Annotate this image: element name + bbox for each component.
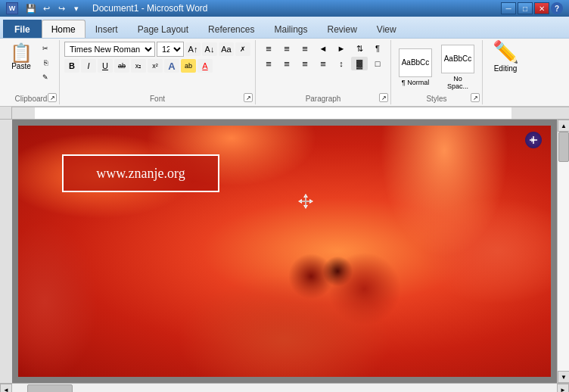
- editing-label[interactable]: Editing: [494, 64, 518, 73]
- show-formatting-button[interactable]: ¶: [369, 42, 386, 55]
- font-expand-button[interactable]: ↗: [244, 93, 253, 102]
- shading-button[interactable]: ▓: [351, 57, 368, 70]
- text-effects-button[interactable]: A: [164, 59, 179, 73]
- crosshair-cursor-icon: [298, 194, 313, 209]
- font-name-select[interactable]: Times New Roman: [64, 42, 155, 57]
- scroll-down-button[interactable]: ▼: [558, 371, 569, 383]
- close-button[interactable]: ✕: [534, 2, 549, 14]
- help-icon[interactable]: ?: [551, 2, 563, 14]
- ruler-horizontal: (function() { // just static SVG ticks }…: [12, 107, 569, 119]
- align-left-button[interactable]: ≡: [260, 57, 277, 70]
- tab-insert[interactable]: Insert: [86, 20, 128, 38]
- tab-page-layout[interactable]: Page Layout: [128, 20, 198, 38]
- underline-button[interactable]: U: [98, 59, 113, 73]
- ruler-container: (function() { // just static SVG ticks }…: [0, 107, 569, 120]
- font-size-select[interactable]: 12: [157, 42, 184, 57]
- title-bar: W 💾 ↩ ↪ ▾ Document1 - Microsoft Word ─ □…: [0, 0, 569, 17]
- undo-button[interactable]: ↩: [39, 2, 53, 15]
- scroll-right-button[interactable]: ►: [557, 384, 569, 392]
- text-box-content: www.znanje.org: [96, 166, 185, 182]
- clipboard-expand-button[interactable]: ↗: [48, 93, 57, 102]
- paragraph-align-row: ≡ ≡ ≡ ≡ ↕ ▓ □: [260, 57, 386, 70]
- style-no-spacing-label: No Spac...: [442, 75, 474, 90]
- grow-font-button[interactable]: A↑: [185, 42, 201, 56]
- app-icon: W: [6, 2, 18, 14]
- justify-button[interactable]: ≡: [315, 57, 331, 70]
- tab-file[interactable]: File: [3, 20, 42, 38]
- ruler-svg: (function() { // just static SVG ticks }…: [12, 107, 569, 120]
- paragraph-group-label: Paragraph: [256, 95, 390, 103]
- scroll-left-button[interactable]: ◄: [0, 384, 12, 392]
- tab-view[interactable]: View: [367, 20, 406, 38]
- move-cursor: [298, 194, 313, 209]
- vertical-scrollbar[interactable]: ▲ ▼: [557, 120, 569, 383]
- font-name-row: Times New Roman 12 A↑ A↓ Aa ✗: [64, 42, 250, 57]
- bold-button[interactable]: B: [64, 59, 79, 73]
- maximize-button[interactable]: □: [518, 2, 533, 14]
- clipboard-small-buttons: ✂ ⎘ ✎: [36, 42, 54, 84]
- align-center-button[interactable]: ≡: [278, 57, 295, 70]
- text-box[interactable]: www.znanje.org: [62, 154, 219, 192]
- document-scroll-area[interactable]: www.znanje.org: [12, 120, 557, 383]
- strikethrough-button[interactable]: ab: [114, 59, 129, 73]
- tab-references[interactable]: References: [198, 20, 264, 38]
- sort-button[interactable]: ⇅: [351, 42, 368, 55]
- scroll-thumb[interactable]: [558, 132, 569, 162]
- copy-button[interactable]: ⎘: [36, 56, 54, 70]
- styles-group-label: Styles: [391, 95, 482, 103]
- bullets-button[interactable]: ≡: [260, 42, 277, 55]
- decrease-indent-button[interactable]: ◄: [315, 42, 331, 55]
- horizontal-scroll-track[interactable]: [12, 384, 557, 392]
- minimize-button[interactable]: ─: [501, 2, 516, 14]
- ribbon-group-paragraph: ≡ ≡ ≡ ◄ ► ⇅ ¶ ≡ ≡ ≡ ≡ ↕ ▓ □ Pa: [256, 40, 391, 104]
- ribbon-content: 📋 Paste ✂ ⎘ ✎ Clipboard ↗ Times New Roma…: [0, 38, 569, 106]
- numbered-button[interactable]: ≡: [278, 42, 295, 55]
- scroll-up-button[interactable]: ▲: [558, 120, 569, 132]
- ruler-side-left: [0, 107, 12, 119]
- document-area: www.znanje.org: [0, 120, 569, 383]
- horizontal-scroll-thumb[interactable]: [27, 384, 73, 392]
- tab-mailings[interactable]: Mailings: [264, 20, 317, 38]
- align-right-button[interactable]: ≡: [297, 57, 313, 70]
- border-button[interactable]: □: [369, 57, 386, 70]
- change-case-button[interactable]: Aa: [219, 42, 234, 56]
- font-format-row: B I U ab x₂ x² A ab A: [64, 59, 213, 73]
- save-button[interactable]: 💾: [24, 2, 38, 15]
- highlight-color-button[interactable]: ab: [181, 59, 196, 73]
- styles-expand-button[interactable]: ↗: [471, 93, 480, 102]
- document-page: www.znanje.org: [18, 126, 551, 377]
- window-title: Document1 - Microsoft Word: [92, 3, 208, 14]
- svg-rect-3: [0, 120, 12, 383]
- style-normal-preview: AaBbCc: [399, 48, 432, 77]
- font-color-button[interactable]: A: [197, 59, 213, 73]
- cut-button[interactable]: ✂: [36, 42, 54, 55]
- horizontal-scrollbar-area: ◄ ►: [0, 383, 569, 392]
- quick-access-toolbar: 💾 ↩ ↪ ▾: [24, 2, 83, 15]
- paste-icon: 📋: [10, 44, 33, 62]
- italic-button[interactable]: I: [81, 59, 96, 73]
- style-no-spacing-preview: AaBbCc: [441, 45, 474, 73]
- ribbon-group-editing: ✏️ Editing: [483, 40, 528, 104]
- style-no-spacing[interactable]: AaBbCc No Spac...: [438, 42, 477, 92]
- ribbon-group-clipboard: 📋 Paste ✂ ⎘ ✎ Clipboard ↗: [3, 40, 60, 104]
- subscript-button[interactable]: x₂: [131, 59, 146, 73]
- paste-button[interactable]: 📋 Paste: [8, 42, 35, 73]
- clear-format-button[interactable]: ✗: [235, 42, 250, 56]
- tab-home[interactable]: Home: [42, 20, 86, 38]
- format-painter-button[interactable]: ✎: [36, 70, 54, 84]
- svg-rect-0: [12, 107, 569, 120]
- superscript-button[interactable]: x²: [148, 59, 163, 73]
- quick-access-dropdown[interactable]: ▾: [70, 2, 83, 15]
- style-normal-label: ¶ Normal: [402, 79, 429, 86]
- scroll-track[interactable]: [558, 132, 569, 371]
- line-spacing-button[interactable]: ↕: [333, 57, 350, 70]
- ribbon: File Home Insert Page Layout References …: [0, 17, 569, 107]
- paragraph-expand-button[interactable]: ↗: [379, 93, 388, 102]
- editing-icon: ✏️: [493, 42, 519, 63]
- tab-review[interactable]: Review: [317, 20, 366, 38]
- multilevel-button[interactable]: ≡: [297, 42, 313, 55]
- shrink-font-button[interactable]: A↓: [202, 42, 217, 56]
- increase-indent-button[interactable]: ►: [333, 42, 350, 55]
- redo-button[interactable]: ↪: [54, 2, 68, 15]
- style-normal[interactable]: AaBbCc ¶ Normal: [396, 46, 435, 89]
